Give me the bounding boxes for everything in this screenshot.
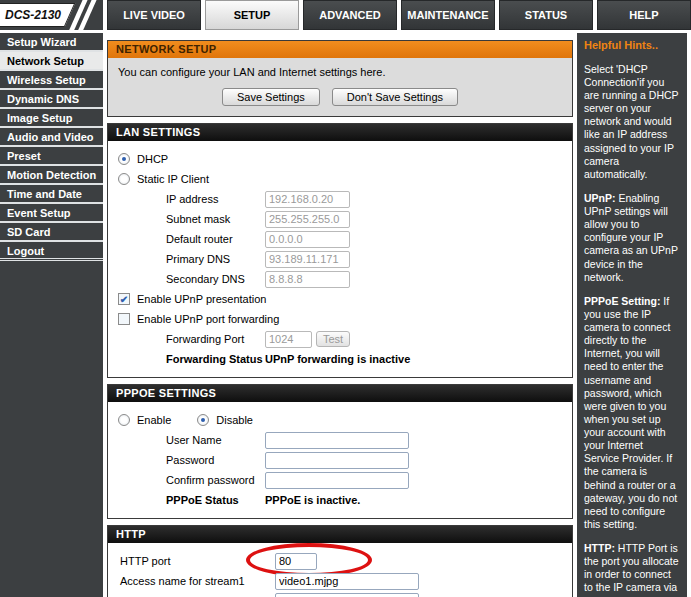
primary-dns-row: Primary DNS [118,249,564,269]
stream1-row: Access name for stream1 [118,571,564,591]
forwarding-port-label: Forwarding Port [166,333,265,345]
tab-setup[interactable]: SETUP [205,0,299,30]
forwarding-port-row: Forwarding Port Test [118,329,564,349]
pppoe-status-value: PPPoE is inactive. [265,494,360,506]
upnp-presentation-checkbox[interactable]: ✔ [118,293,130,305]
sidebar-item-event-setup[interactable]: Event Setup [0,204,103,223]
hint-upnp: UPnP: Enabling UPnP settings will allow … [584,192,680,284]
check-icon: ✔ [120,294,128,305]
tab-advanced[interactable]: ADVANCED [303,0,397,30]
primary-dns-label: Primary DNS [166,253,265,265]
upnp-port-forwarding-label: Enable UPnP port forwarding [137,313,279,325]
forwarding-status-value: UPnP forwarding is inactive [265,353,410,365]
subnet-mask-row: Subnet mask [118,209,564,229]
network-setup-header: NETWORK SETUP [108,41,572,58]
confirm-password-field[interactable] [265,472,409,489]
sidebar-item-motion-detection[interactable]: Motion Detection [0,166,103,185]
stream1-label: Access name for stream1 [120,575,275,587]
dhcp-label: DHCP [137,153,168,165]
hint-dhcp: Select 'DHCP Connection'if you are runni… [584,63,680,181]
logo-model-text: DCS-2130 [5,8,61,22]
brand-logo: DCS-2130 [0,0,103,30]
secondary-dns-row: Secondary DNS [118,269,564,289]
lan-settings-section: LAN SETTINGS DHCP Static IP Client IP ad… [107,123,573,378]
stream2-row: Access name for stream2 [118,591,564,597]
network-setup-section: NETWORK SETUP You can configure your LAN… [107,40,573,117]
sidebar-item-network-setup[interactable]: Network Setup [0,52,103,71]
sidebar-item-time-and-date[interactable]: Time and Date [0,185,103,204]
ip-address-row: IP address [118,189,564,209]
pppoe-enable-label: Enable [137,414,171,426]
sidebar-item-wireless-setup[interactable]: Wireless Setup [0,71,103,90]
default-router-row: Default router [118,229,564,249]
hint-http: HTTP: HTTP Port is the port you allocate… [584,542,680,597]
sidebar-item-image-setup[interactable]: Image Setup [0,109,103,128]
main-content: NETWORK SETUP You can configure your LAN… [107,33,573,597]
ip-address-field[interactable] [265,191,350,208]
default-router-field[interactable] [265,231,350,248]
password-label: Password [166,454,265,466]
http-port-field[interactable] [275,553,317,570]
http-header: HTTP [108,526,572,543]
stream2-field[interactable] [275,593,419,597]
password-field[interactable] [265,452,409,469]
upnp-port-forwarding-checkbox[interactable] [118,313,130,325]
confirm-password-label: Confirm password [166,474,265,486]
default-router-label: Default router [166,233,265,245]
tab-maintenance[interactable]: MAINTENANCE [401,0,495,30]
forwarding-status-row: Forwarding Status UPnP forwarding is ina… [118,349,564,369]
subnet-mask-label: Subnet mask [166,213,265,225]
username-label: User Name [166,434,265,446]
network-setup-description: You can configure your LAN and Internet … [118,66,562,78]
helpful-hints-title: Helpful Hints.. [584,39,680,53]
username-row: User Name [118,430,564,450]
dhcp-radio[interactable] [118,153,130,165]
primary-dns-field[interactable] [265,251,350,268]
sidebar-item-setup-wizard[interactable]: Setup Wizard [0,33,103,52]
pppoe-settings-header: PPPOE SETTINGS [108,385,572,402]
sidebar-item-sd-card[interactable]: SD Card [0,223,103,242]
stream1-field[interactable] [275,573,419,590]
helpful-hints-panel: Helpful Hints.. Select 'DHCP Connection'… [577,33,687,597]
test-button[interactable]: Test [316,331,350,347]
sidebar-item-preset[interactable]: Preset [0,147,103,166]
sidebar-item-dynamic-dns[interactable]: Dynamic DNS [0,90,103,109]
top-navigation: DCS-2130 LIVE VIDEO SETUP ADVANCED MAINT… [0,0,691,30]
save-settings-button[interactable]: Save Settings [222,88,320,106]
tab-status[interactable]: STATUS [499,0,593,30]
static-ip-radio[interactable] [118,173,130,185]
secondary-dns-field[interactable] [265,271,350,288]
hint-pppoe: PPPoE Setting: If you use the IP camera … [584,295,680,531]
tab-help[interactable]: HELP [597,0,691,30]
sidebar-item-audio-and-video[interactable]: Audio and Video [0,128,103,147]
tab-live-video[interactable]: LIVE VIDEO [107,0,201,30]
username-field[interactable] [265,432,409,449]
http-section: HTTP HTTP port Access name for stream1 A… [107,525,573,597]
pppoe-enable-radio[interactable] [118,414,130,426]
pppoe-disable-radio[interactable] [197,414,209,426]
pppoe-disable-label: Disable [216,414,253,426]
upnp-presentation-label: Enable UPnP presentation [137,293,266,305]
dont-save-settings-button[interactable]: Don't Save Settings [332,88,458,106]
network-setup-description-box: You can configure your LAN and Internet … [108,58,572,116]
http-port-row: HTTP port [118,551,564,571]
sidebar-item-logout[interactable]: Logout [0,242,103,261]
http-port-label: HTTP port [120,555,275,567]
secondary-dns-label: Secondary DNS [166,273,265,285]
lan-settings-header: LAN SETTINGS [108,124,572,141]
subnet-mask-field[interactable] [265,211,350,228]
pppoe-status-label: PPPoE Status [166,494,265,506]
forwarding-status-label: Forwarding Status [166,353,265,365]
logo-stripes-icon [75,0,89,30]
ip-address-label: IP address [166,193,265,205]
left-sidebar: Setup Wizard Network Setup Wireless Setu… [0,33,103,597]
pppoe-settings-section: PPPOE SETTINGS Enable Disable User Name [107,384,573,519]
static-ip-label: Static IP Client [137,173,209,185]
password-row: Password [118,450,564,470]
confirm-password-row: Confirm password [118,470,564,490]
pppoe-status-row: PPPoE Status PPPoE is inactive. [118,490,564,510]
forwarding-port-field[interactable] [265,331,312,348]
